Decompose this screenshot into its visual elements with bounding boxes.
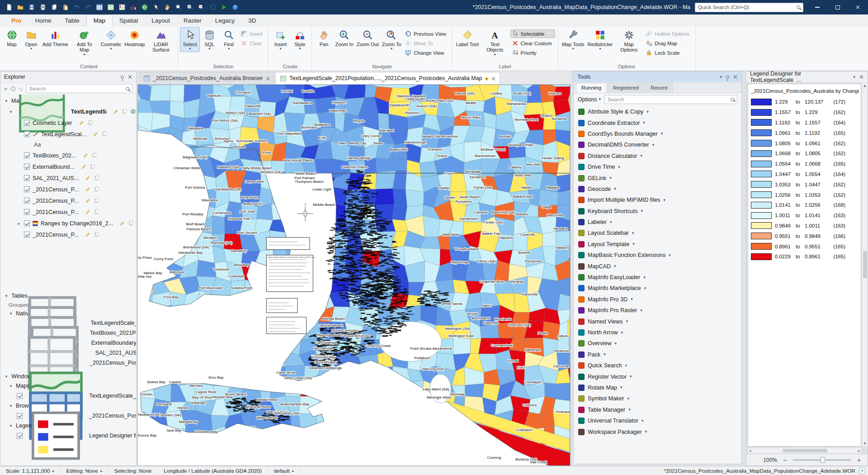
tool-named-views[interactable]: Named Views▾ — [574, 316, 741, 327]
pin-icon[interactable] — [121, 76, 124, 79]
scroll-left-icon[interactable]: ◂ — [749, 449, 751, 453]
sort-icon[interactable]: ↑↓ — [19, 86, 23, 91]
legend-row[interactable]: 1.1192to1.1557(164) — [750, 118, 859, 128]
legend-row[interactable]: 0.0229to0.8961(165) — [750, 252, 859, 262]
tab-spatial[interactable]: Spatial — [113, 15, 145, 27]
tool-decimal-dms-converter[interactable]: Decimal\DMS Converter▾ — [574, 139, 741, 150]
new-browser-button[interactable] — [95, 3, 104, 12]
close-icon[interactable] — [733, 75, 738, 79]
tool-gelink[interactable]: GELink▾ — [574, 172, 741, 183]
open-workspace-button[interactable] — [16, 3, 24, 12]
layer-checkbox[interactable] — [24, 175, 30, 181]
close-tab-icon[interactable] — [491, 76, 495, 81]
chevron-down-icon[interactable]: ▾ — [640, 154, 642, 158]
sql-button[interactable]: SQL▾ — [200, 28, 219, 52]
close-icon[interactable] — [128, 75, 132, 79]
find-button[interactable]: Find▾ — [219, 28, 238, 52]
chevron-down-icon[interactable]: ▾ — [661, 132, 663, 136]
legend-row[interactable]: 1.0141to1.0256(168) — [750, 200, 859, 210]
tool-mapinfo-pro-raster[interactable]: MapInfo Pro Raster▾ — [574, 305, 741, 316]
chevron-down-icon[interactable]: ▾ — [643, 276, 646, 280]
add-icon[interactable]: + — [4, 86, 8, 92]
collapse-icon[interactable]: ▾ — [4, 99, 9, 103]
chevron-down-icon[interactable]: ▾ — [609, 176, 612, 180]
chevron-down-icon[interactable]: ▾ — [646, 110, 649, 114]
doc-tab[interactable]: TextLegendScale_2021Population,...,_2021… — [275, 72, 500, 84]
status-item[interactable]: Longitude / Latitude (Australia GDA 2020… — [158, 466, 268, 475]
tree-row[interactable]: _2021Census_P... — [0, 195, 136, 206]
chevron-down-icon[interactable]: ▾ — [618, 165, 620, 169]
legend-row[interactable]: 0.8961to0.9551(165) — [750, 241, 859, 252]
layer-checkbox[interactable] — [24, 131, 30, 137]
status-item[interactable]: Editing: None▴ — [61, 466, 108, 475]
map-options-button[interactable]: Map Options — [614, 28, 643, 54]
layer-checkbox[interactable] — [24, 164, 30, 170]
close-icon[interactable] — [859, 75, 864, 79]
tree-row[interactable]: _2021Census_P... — [0, 206, 136, 218]
legend-row[interactable]: 1.1557to1.229(162) — [750, 107, 859, 118]
pin-icon[interactable] — [726, 76, 729, 79]
tool-drive-time[interactable]: Drive Time▾ — [574, 162, 741, 172]
chevron-down-icon[interactable]: ▾ — [632, 242, 635, 246]
chevron-down-icon[interactable]: ▾ — [632, 231, 634, 235]
legend-row[interactable]: 0.9849to1.0011(163) — [750, 221, 859, 231]
collapse-icon[interactable]: ▾ — [4, 294, 9, 298]
tool-quick-search[interactable]: Quick Search▾ — [574, 360, 741, 371]
chevron-down-icon[interactable]: ▾ — [604, 352, 606, 356]
open-button[interactable]: Open▾ — [22, 28, 41, 52]
chevron-down-icon[interactable]: ▾ — [645, 430, 647, 434]
tool-overview[interactable]: Overview▾ — [574, 338, 741, 349]
tree-row[interactable]: ▸Ranges by Change2016_2... — [0, 218, 136, 229]
map-tools-button[interactable]: Map Tools▾ — [561, 28, 586, 52]
legend-row[interactable]: 1.0961to1.1192(165) — [750, 128, 859, 138]
insert-button[interactable]: Insert▾ — [271, 28, 290, 52]
layer-checkbox[interactable] — [24, 152, 30, 158]
quick-search-box[interactable]: Quick Search (Ctrl+Q) — [695, 3, 803, 12]
tool-mapinfo-pro-3d[interactable]: MapInfo Pro 3D▾ — [574, 294, 741, 305]
map-drawing[interactable]: Adelaide Region Population Change betwee… — [138, 85, 570, 466]
legend-row[interactable]: 1.0353to1.0447(162) — [750, 179, 859, 190]
redo-button[interactable] — [84, 3, 92, 12]
lock-scale-button[interactable]: Lock Scale — [645, 49, 692, 57]
cosmetic-button[interactable]: Cosmetic▾ — [99, 28, 123, 52]
collapse-icon[interactable]: ▾ — [9, 311, 13, 316]
legend-row[interactable]: 0.9551to0.9849(166) — [750, 231, 859, 241]
tool-workspace-packager[interactable]: Workspace Packager▾ — [574, 426, 741, 437]
selectable-button[interactable]: Selectable — [511, 30, 555, 38]
previous-view-button[interactable] — [208, 3, 217, 12]
tree-row[interactable]: _2021Census_P... — [0, 184, 136, 195]
new-legend-button[interactable] — [118, 3, 126, 12]
tool-pack[interactable]: Pack▾ — [574, 349, 741, 360]
new-map-button[interactable] — [106, 3, 115, 12]
tool-coordsys-bounds-manager[interactable]: CoordSys Bounds Manager▾ — [574, 128, 741, 139]
layer-checkbox[interactable] — [17, 413, 23, 419]
world-map-button[interactable] — [140, 3, 149, 12]
legend-row[interactable]: 1.0011to1.0141(163) — [750, 210, 859, 221]
tab-pro[interactable]: Pro — [5, 15, 28, 27]
select-button[interactable]: Select▾ — [180, 28, 199, 52]
tools-search-input[interactable]: Search — [604, 95, 737, 104]
collapse-icon[interactable]: ▾ — [4, 374, 9, 379]
tab-table[interactable]: Table — [58, 15, 86, 27]
layer-checkbox[interactable] — [24, 186, 30, 192]
chevron-down-icon[interactable]: ▾ — [614, 187, 616, 191]
tool-universal-translator[interactable]: Universal Translator▾ — [574, 415, 741, 426]
doc-tab[interactable]: _2021Census_Postcodes_Australia Browser — [139, 72, 274, 84]
collapse-icon[interactable]: ▾ — [9, 109, 13, 114]
chevron-down-icon[interactable]: ▾ — [614, 264, 616, 268]
tool-mapinfo-marketplace[interactable]: MapInfo Marketplace▾ — [574, 283, 741, 294]
legend-row[interactable]: 1.0256to1.0353(162) — [750, 190, 859, 200]
zoom-out-button[interactable] — [197, 3, 205, 12]
tool-distance-calculator[interactable]: Distance Calculator▾ — [574, 151, 741, 162]
zoom-slider[interactable] — [793, 459, 851, 461]
layer-checkbox[interactable] — [24, 232, 30, 238]
layer-checkbox[interactable] — [17, 393, 23, 399]
add-theme-button[interactable]: Add Theme — [41, 28, 70, 48]
minimize-button[interactable] — [807, 0, 827, 14]
tools-tab-registered[interactable]: Registered — [608, 83, 644, 93]
legend-row[interactable]: 1.0554to1.0668(165) — [750, 159, 859, 169]
status-item[interactable]: Selecting: None — [108, 466, 158, 475]
hotlink-options-button[interactable]: Hotlink Options — [645, 30, 692, 38]
chevron-down-icon[interactable]: ▾ — [643, 121, 646, 125]
tab-3d[interactable]: 3D — [241, 15, 263, 27]
